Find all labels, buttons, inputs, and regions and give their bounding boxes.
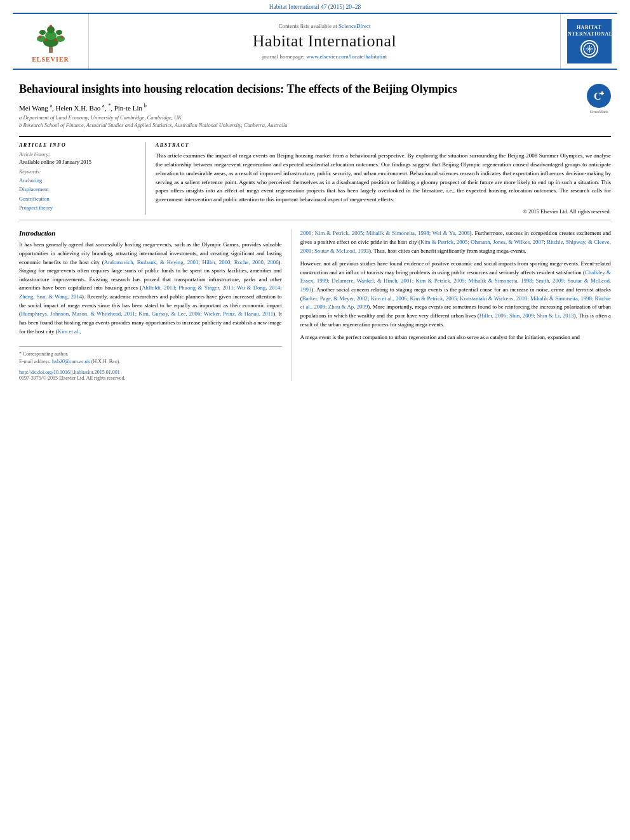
- habitat-logo-icon: [580, 40, 598, 58]
- ref-2006-kim[interactable]: 2006; Kim & Petrick, 2005; Mihalik & Sim…: [300, 230, 470, 236]
- page: Habitat International 47 (2015) 20–28: [0, 0, 630, 840]
- main-content: Introduction It has been generally agree…: [19, 229, 611, 381]
- keywords-list: Anchoring Displacement Gentrification Pr…: [19, 176, 136, 213]
- footer-section: * Corresponding author. E-mail address: …: [19, 346, 282, 381]
- habitat-logo-section: HABITAT INTERNATIONAL: [560, 14, 617, 69]
- ref-barker[interactable]: Barker, Page, & Meyer, 2002; Kim et al.,…: [300, 295, 611, 310]
- journal-citation-bar: Habitat International 47 (2015) 20–28: [0, 0, 630, 13]
- svg-point-6: [39, 30, 46, 35]
- ref-andranovich[interactable]: Andranovich, Burbank, & Heying, 2001; Hi…: [104, 259, 279, 265]
- introduction-title: Introduction: [19, 229, 282, 237]
- svg-point-10: [50, 25, 52, 27]
- svg-point-5: [56, 36, 65, 42]
- habitat-logo-title: HABITAT INTERNATIONAL: [565, 25, 612, 37]
- crossmark-label: CrossMark: [587, 109, 611, 114]
- keyword-gentrification: Gentrification: [19, 194, 136, 203]
- intro-paragraph-2: 2006; Kim & Petrick, 2005; Mihalik & Sim…: [300, 229, 611, 255]
- abstract-text: This article examines the impact of mega…: [156, 152, 611, 205]
- author-pin-te-lin: Pin-te Lin b: [114, 104, 147, 112]
- ref-hiller[interactable]: Hiller, 2006; Shin, 2009; Shin & Li, 201…: [479, 312, 574, 319]
- article-info-column: ARTICLE INFO Article history: Available …: [19, 142, 146, 215]
- citation-text: Habitat International 47 (2015) 20–28: [269, 4, 361, 10]
- journal-title: Habitat International: [253, 32, 396, 51]
- article-body: Behavioural insights into housing reloca…: [0, 70, 630, 387]
- left-column: Introduction It has been generally agree…: [19, 229, 292, 381]
- ref-chalkley[interactable]: Chalkley & Essex, 1999; Delamere, Wankel…: [300, 269, 611, 293]
- keyword-displacement: Displacement: [19, 185, 136, 194]
- abstract-title: ABSTRACT: [156, 142, 611, 148]
- journal-header: ELSEVIER Contents lists available at Sci…: [13, 13, 617, 70]
- svg-point-7: [56, 30, 62, 35]
- elsevier-logo: ELSEVIER: [29, 20, 73, 63]
- info-section: ARTICLE INFO Article history: Available …: [19, 136, 611, 221]
- article-title-section: Behavioural insights into housing reloca…: [19, 81, 611, 130]
- header-center: Contents lists available at ScienceDirec…: [89, 14, 560, 69]
- footer-links: http://dx.doi.org/10.1016/j.habitatint.2…: [19, 370, 282, 381]
- intro-paragraph-1: It has been generally agreed that succes…: [19, 241, 282, 336]
- email-link[interactable]: hxb20@cam.ac.uk: [52, 359, 90, 364]
- copyright-line: © 2015 Elsevier Ltd. All rights reserved…: [156, 208, 611, 215]
- crossmark-icon: C: [591, 88, 607, 103]
- doi-link[interactable]: http://dx.doi.org/10.1016/j.habitatint.2…: [19, 370, 282, 375]
- elsevier-tree-icon: [29, 20, 73, 55]
- available-date: Available online 30 January 2015: [19, 159, 136, 165]
- abstract-column: ABSTRACT This article examines the impac…: [146, 142, 611, 215]
- history-label: Article history:: [19, 152, 136, 157]
- email-note: E-mail address: hxb20@cam.ac.uk (H.X.H. …: [19, 358, 282, 366]
- crossmark-section: C CrossMark: [587, 84, 611, 114]
- affiliation-b: b Research School of Finance, Actuarial …: [19, 122, 288, 128]
- homepage-line: journal homepage: www.elsevier.com/locat…: [262, 53, 387, 60]
- ref-kim-et-al[interactable]: Kim et al.,: [58, 328, 81, 335]
- keywords-label: Keywords:: [19, 169, 136, 175]
- sciencedirect-link[interactable]: ScienceDirect: [338, 23, 370, 29]
- email-label: E-mail address:: [19, 359, 51, 364]
- authors-line: Mei Wang a, Helen X.H. Bao a, *, Pin-te …: [19, 103, 577, 112]
- corresponding-author-note: * Corresponding author.: [19, 350, 282, 358]
- keyword-prospect-theory: Prospect theory: [19, 203, 136, 212]
- sciencedirect-prefix: Contents lists available at: [279, 23, 337, 29]
- right-column: 2006; Kim & Petrick, 2005; Mihalik & Sim…: [292, 229, 611, 381]
- svg-text:C: C: [594, 91, 601, 102]
- affiliation-a: a Department of Land Economy, University…: [19, 114, 182, 121]
- habitat-logo: HABITAT INTERNATIONAL: [567, 19, 612, 63]
- author-mei-wang: Mei Wang a: [19, 104, 52, 112]
- svg-point-12: [60, 36, 63, 38]
- svg-point-9: [55, 39, 57, 41]
- article-info-title: ARTICLE INFO: [19, 142, 136, 148]
- ref-kim-petrick-2005[interactable]: Kim & Petrick, 2005; Ohmann, Jones, & Wi…: [300, 239, 611, 254]
- elsevier-logo-section: ELSEVIER: [13, 14, 89, 69]
- intro-paragraph-3: However, not all previous studies have f…: [300, 260, 611, 329]
- ref-humphreys[interactable]: Humphreys, Johnson, Mason, & Whitehead, …: [21, 310, 273, 317]
- sciencedirect-line: Contents lists available at ScienceDirec…: [279, 23, 371, 29]
- homepage-link[interactable]: www.elsevier.com/locate/habitatint: [306, 53, 387, 60]
- crossmark-button[interactable]: C: [587, 84, 611, 108]
- issn-text: 0197-3975/© 2015 Elsevier Ltd. All right…: [19, 375, 282, 381]
- author-helen-bao: Helen X.H. Bao a, *: [55, 104, 111, 112]
- affiliations: a Department of Land Economy, University…: [19, 114, 577, 130]
- article-title-text: Behavioural insights into housing reloca…: [19, 81, 577, 130]
- ref-ahlfeldt[interactable]: Ahlfeldt, 2013; Phuong & Yinger, 2011; W…: [19, 284, 282, 300]
- svg-point-4: [37, 36, 46, 42]
- intro-paragraph-4: A mega event is the perfect companion to…: [300, 333, 611, 342]
- svg-point-8: [44, 39, 47, 41]
- svg-point-11: [39, 36, 41, 38]
- email-suffix: (H.X.H. Bao).: [91, 359, 121, 364]
- keyword-anchoring: Anchoring: [19, 176, 136, 185]
- elsevier-label-text: ELSEVIER: [32, 56, 69, 63]
- article-title: Behavioural insights into housing reloca…: [19, 81, 577, 97]
- homepage-prefix: journal homepage:: [262, 53, 305, 60]
- habitat-symbol-icon: [582, 42, 596, 56]
- corresponding-label: * Corresponding author.: [19, 351, 69, 357]
